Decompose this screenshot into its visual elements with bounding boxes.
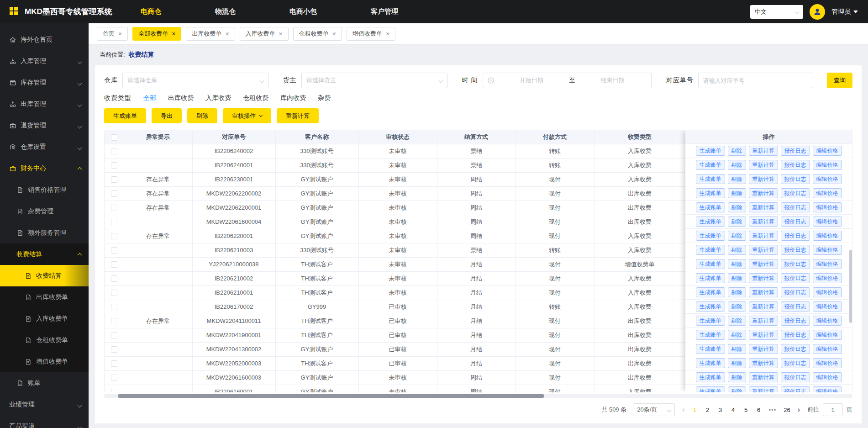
- row-remove-button[interactable]: 剔除: [728, 174, 746, 184]
- row-edit-price-button[interactable]: 编辑价格: [813, 174, 842, 184]
- page-number-6[interactable]: 6: [756, 407, 762, 413]
- row-quote-log-button[interactable]: 报价日志: [781, 330, 810, 340]
- row-recalculate-button[interactable]: 重新计算: [749, 358, 778, 368]
- close-icon[interactable]: ×: [332, 30, 336, 37]
- tab-all-fees[interactable]: 全部收费单×: [132, 27, 181, 41]
- row-edit-price-button[interactable]: 编辑价格: [813, 245, 842, 255]
- sidebar-item-rent-fee-list[interactable]: 仓租收费单: [0, 329, 89, 351]
- row-remove-button[interactable]: 剔除: [728, 344, 746, 354]
- row-recalculate-button[interactable]: 重新计算: [749, 273, 778, 283]
- tab-rent-fee[interactable]: 仓租收费单×: [293, 27, 342, 41]
- tab-home[interactable]: 首页×: [97, 27, 128, 41]
- row-recalculate-button[interactable]: 重新计算: [749, 372, 778, 382]
- recalculate-button[interactable]: 重新计算: [277, 108, 319, 123]
- start-date-input[interactable]: 开始日期: [498, 76, 566, 85]
- tab-inbound-fee[interactable]: 入库收费单×: [240, 27, 289, 41]
- user-menu[interactable]: 管理员: [831, 8, 858, 16]
- row-checkbox[interactable]: [111, 318, 117, 324]
- row-quote-log-button[interactable]: 报价日志: [781, 202, 810, 212]
- row-generate-bill-button[interactable]: 生成账单: [696, 344, 725, 354]
- row-generate-bill-button[interactable]: 生成账单: [696, 316, 725, 326]
- sidebar-item-warehouse-settings[interactable]: 仓库设置: [0, 136, 89, 158]
- row-recalculate-button[interactable]: 重新计算: [749, 188, 778, 198]
- row-checkbox[interactable]: [111, 261, 117, 268]
- row-checkbox[interactable]: [111, 304, 117, 310]
- row-edit-price-button[interactable]: 编辑价格: [813, 344, 842, 354]
- sidebar-item-bills[interactable]: 账单: [0, 372, 89, 394]
- close-icon[interactable]: ×: [279, 30, 283, 37]
- export-button[interactable]: 导出: [152, 108, 182, 123]
- row-recalculate-button[interactable]: 重新计算: [749, 217, 778, 227]
- row-checkbox[interactable]: [111, 275, 117, 282]
- page-number-26[interactable]: 26: [784, 407, 790, 413]
- row-checkbox[interactable]: [111, 360, 117, 367]
- fee-type-outbound[interactable]: 出库收费: [168, 94, 194, 102]
- sidebar-item-performance-mgmt[interactable]: 业绩管理: [0, 394, 89, 415]
- row-remove-button[interactable]: 剔除: [728, 202, 746, 212]
- row-recalculate-button[interactable]: 重新计算: [749, 231, 778, 241]
- row-checkbox[interactable]: [111, 205, 117, 211]
- row-checkbox[interactable]: [111, 247, 117, 254]
- fee-type-all[interactable]: 全部: [143, 94, 156, 102]
- query-button[interactable]: 查询: [827, 73, 852, 88]
- row-edit-price-button[interactable]: 编辑价格: [813, 287, 842, 297]
- horizontal-scrollbar-thumb[interactable]: [118, 394, 544, 398]
- select-all-checkbox[interactable]: [111, 134, 117, 141]
- row-checkbox[interactable]: [111, 332, 117, 338]
- row-remove-button[interactable]: 剔除: [728, 217, 746, 227]
- fee-type-rent[interactable]: 仓租收费: [243, 94, 268, 102]
- row-generate-bill-button[interactable]: 生成账单: [696, 358, 725, 368]
- row-generate-bill-button[interactable]: 生成账单: [696, 245, 725, 255]
- row-quote-log-button[interactable]: 报价日志: [781, 146, 810, 156]
- remove-button[interactable]: 剔除: [187, 108, 217, 123]
- row-recalculate-button[interactable]: 重新计算: [749, 287, 778, 297]
- row-generate-bill-button[interactable]: 生成账单: [696, 231, 725, 241]
- row-generate-bill-button[interactable]: 生成账单: [696, 160, 725, 170]
- page-number-4[interactable]: 4: [731, 407, 736, 413]
- page-number-5[interactable]: 5: [743, 407, 749, 413]
- row-generate-bill-button[interactable]: 生成账单: [696, 259, 725, 269]
- row-recalculate-button[interactable]: 重新计算: [749, 330, 778, 340]
- tab-value-added-fee[interactable]: 增值收费单×: [347, 27, 395, 41]
- row-edit-price-button[interactable]: 编辑价格: [813, 301, 842, 312]
- sidebar-item-product-channel[interactable]: 产品渠道: [0, 415, 89, 428]
- next-page-button[interactable]: ›: [797, 406, 801, 414]
- row-edit-price-button[interactable]: 编辑价格: [813, 202, 842, 212]
- row-quote-log-button[interactable]: 报价日志: [781, 344, 810, 354]
- row-quote-log-button[interactable]: 报价日志: [781, 301, 810, 312]
- jump-page-input[interactable]: [823, 403, 843, 416]
- row-quote-log-button[interactable]: 报价日志: [781, 372, 810, 382]
- row-edit-price-button[interactable]: 编辑价格: [813, 386, 842, 392]
- row-edit-price-button[interactable]: 编辑价格: [813, 316, 842, 326]
- row-generate-bill-button[interactable]: 生成账单: [696, 174, 725, 184]
- row-remove-button[interactable]: 剔除: [728, 386, 746, 392]
- row-remove-button[interactable]: 剔除: [728, 259, 746, 269]
- close-icon[interactable]: ×: [118, 30, 122, 37]
- fee-type-misc[interactable]: 杂费: [318, 94, 331, 102]
- sidebar-item-inbound-fee-list[interactable]: 入库收费单: [0, 308, 89, 329]
- tab-outbound-fee[interactable]: 出库收费单×: [186, 27, 235, 41]
- row-quote-log-button[interactable]: 报价日志: [781, 231, 810, 241]
- end-date-input[interactable]: 结束日期: [579, 76, 647, 85]
- row-quote-log-button[interactable]: 报价日志: [781, 273, 810, 283]
- date-range-picker[interactable]: 开始日期 至 结束日期: [483, 73, 652, 88]
- fee-type-inbound[interactable]: 入库收费: [205, 94, 231, 102]
- sidebar-item-overseas-home[interactable]: 海外仓首页: [0, 29, 89, 50]
- row-quote-log-button[interactable]: 报价日志: [781, 245, 810, 255]
- row-edit-price-button[interactable]: 编辑价格: [813, 330, 842, 340]
- row-edit-price-button[interactable]: 编辑价格: [813, 231, 842, 241]
- row-edit-price-button[interactable]: 编辑价格: [813, 160, 842, 170]
- row-checkbox[interactable]: [111, 176, 117, 183]
- row-quote-log-button[interactable]: 报价日志: [781, 287, 810, 297]
- row-edit-price-button[interactable]: 编辑价格: [813, 273, 842, 283]
- row-quote-log-button[interactable]: 报价日志: [781, 386, 810, 392]
- row-quote-log-button[interactable]: 报价日志: [781, 160, 810, 170]
- page-size-select[interactable]: 20条/页: [633, 403, 675, 416]
- row-remove-button[interactable]: 剔除: [728, 372, 746, 382]
- sidebar-item-fee-settlement-group[interactable]: 收费结算: [0, 243, 89, 265]
- row-checkbox[interactable]: [111, 290, 117, 296]
- close-icon[interactable]: ×: [172, 30, 175, 37]
- owner-select[interactable]: 请选择货主: [301, 73, 447, 88]
- sidebar-item-finance-center[interactable]: 财务中心: [0, 158, 89, 179]
- row-checkbox[interactable]: [111, 346, 117, 353]
